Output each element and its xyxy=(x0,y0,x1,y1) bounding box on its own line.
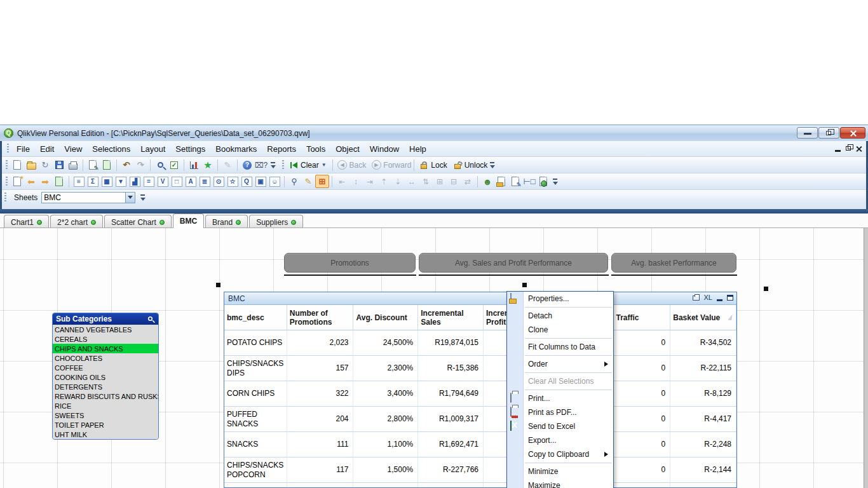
toolbar-nav-overflow-chevron[interactable] xyxy=(489,160,496,170)
create-text-object-icon[interactable]: A xyxy=(184,175,198,188)
menu-item-bookmarks[interactable]: Bookmarks xyxy=(210,142,262,156)
context-menu-item-print-as-pdf-[interactable]: Print as PDF... xyxy=(507,405,613,419)
print-icon[interactable] xyxy=(66,158,80,172)
menu-item-window[interactable]: Window xyxy=(365,142,404,156)
print-preview-icon[interactable] xyxy=(100,158,114,172)
user-preferences-icon[interactable]: ☻ xyxy=(480,175,494,188)
sheets-combobox[interactable]: BMC xyxy=(41,192,135,203)
document-restore-icon[interactable] xyxy=(846,146,851,151)
table-cell[interactable]: 2,800% xyxy=(353,407,418,431)
create-extension-icon[interactable]: ☺ xyxy=(268,175,281,188)
tab-bmc[interactable]: BMC xyxy=(173,214,204,228)
clear-label[interactable]: Clear xyxy=(301,161,319,169)
table-cell[interactable]: R-4,417 xyxy=(670,407,736,431)
context-menu-item-export-[interactable]: Export... xyxy=(507,433,613,447)
reload-icon[interactable]: ↻ xyxy=(38,158,52,172)
clear-icon[interactable] xyxy=(287,158,301,172)
table-cell[interactable]: R19,874,015 xyxy=(418,330,484,355)
menubar-drag-handle[interactable] xyxy=(7,144,9,154)
context-menu-item-print-[interactable]: Print... xyxy=(507,391,613,405)
search-icon[interactable] xyxy=(153,158,167,172)
listbox-item[interactable]: DETERGENTS xyxy=(53,382,158,391)
table-cell[interactable]: R-22,115 xyxy=(670,356,736,381)
menu-item-reports[interactable]: Reports xyxy=(262,142,301,156)
demote-sheet-icon[interactable]: ➡ xyxy=(38,175,52,188)
undo-icon[interactable]: ↶ xyxy=(119,158,133,172)
align-left-icon[interactable]: ⇤ xyxy=(335,175,349,188)
current-selections-icon[interactable]: ✓ xyxy=(167,158,181,172)
clear-dropdown-icon[interactable]: ▼ xyxy=(322,163,327,168)
table-cell[interactable]: 0 xyxy=(613,381,670,406)
listbox-item[interactable]: SWEETS xyxy=(53,410,158,420)
document-close-icon[interactable] xyxy=(856,146,862,152)
quick-chart-wizard-icon[interactable] xyxy=(187,158,201,172)
table-cell[interactable]: R-2,144 xyxy=(670,458,736,482)
align-right-icon[interactable]: ⇥ xyxy=(363,175,377,188)
table-cell[interactable]: SNACKS xyxy=(224,432,287,457)
table-cell[interactable]: R-34,502 xyxy=(670,330,736,355)
document-minimize-icon[interactable] xyxy=(835,150,841,152)
table-cell[interactable] xyxy=(670,483,736,488)
create-table-box-icon[interactable]: ▦ xyxy=(100,175,114,188)
menu-item-tools[interactable]: Tools xyxy=(301,142,330,156)
unlock-label[interactable]: Unlock xyxy=(465,161,488,169)
column-header-bmc-desc[interactable]: bmc_desc xyxy=(224,305,287,330)
adjust-left-icon[interactable]: ⊞ xyxy=(433,175,447,188)
toolbar2-drag-handle[interactable] xyxy=(6,177,8,187)
table-cell[interactable]: CHIPS/SNACKS xyxy=(224,483,287,488)
tab-brand[interactable]: Brand xyxy=(205,215,248,227)
space-horizontal-icon[interactable]: ↔ xyxy=(405,175,419,188)
context-menu-item-maximize[interactable]: Maximize xyxy=(507,478,613,488)
create-button-icon[interactable]: □ xyxy=(170,175,184,188)
redo-icon[interactable]: ↷ xyxy=(133,158,147,172)
paste-object-icon[interactable] xyxy=(52,175,66,188)
align-center-icon[interactable]: ↕ xyxy=(349,175,363,188)
button-avg-sales-and-profit-performance[interactable]: Avg. Sales and Profit Performance xyxy=(419,253,608,273)
table-minimize-icon[interactable] xyxy=(717,299,722,301)
table-cell[interactable]: R1,692,471 xyxy=(418,432,484,457)
menu-item-selections[interactable]: Selections xyxy=(87,142,135,156)
table-cell[interactable] xyxy=(613,483,670,488)
create-statistics-box-icon[interactable]: Σ xyxy=(86,175,100,188)
context-menu-item-fit-columns-to-data[interactable]: Fit Columns to Data xyxy=(507,340,613,354)
window-minimize-button[interactable] xyxy=(797,127,818,139)
listbox-item[interactable]: REWARD BISCUITS AND RUSKS xyxy=(53,391,158,401)
context-menu-item-detach[interactable]: Detach xyxy=(507,309,613,323)
table-cell[interactable]: 0 xyxy=(613,356,670,381)
toolbar1-drag-handle[interactable] xyxy=(6,160,8,170)
table-cell[interactable]: 1,100% xyxy=(353,432,418,457)
help-icon[interactable]: ? xyxy=(240,158,254,172)
table-cell[interactable]: POTATO CHIPS xyxy=(224,330,287,355)
align-top-icon[interactable]: ⇡ xyxy=(377,175,391,188)
create-container-icon[interactable]: ▣ xyxy=(254,175,268,188)
listbox-item[interactable]: TOILET PAPER xyxy=(53,420,158,430)
create-search-object-icon[interactable]: Q xyxy=(240,175,254,188)
toolbar1-overflow-chevron[interactable] xyxy=(269,160,277,170)
table-cell[interactable]: 157 xyxy=(287,356,354,381)
table-caption-bar[interactable]: BMC XL xyxy=(224,292,736,305)
context-menu-item-order[interactable]: Order xyxy=(507,357,613,371)
forward-icon[interactable]: ▶ xyxy=(369,158,383,172)
create-current-selections-box-icon[interactable]: V xyxy=(156,175,170,188)
menu-item-object[interactable]: Object xyxy=(330,142,365,156)
context-menu-item-clone[interactable]: Clone xyxy=(507,323,613,337)
design-grid-icon[interactable]: ⊞ xyxy=(315,175,329,188)
table-cell[interactable]: 0 xyxy=(613,432,670,457)
promote-sheet-icon[interactable]: ⬅ xyxy=(24,175,38,188)
table-cell[interactable]: 2,300% xyxy=(353,356,418,381)
create-chart-icon[interactable]: ▟ xyxy=(128,175,142,188)
navigation-toolbar-drag-handle[interactable] xyxy=(282,160,284,170)
create-input-box-icon[interactable]: = xyxy=(142,175,156,188)
column-header-basket-value[interactable]: Basket Value xyxy=(670,305,736,330)
column-header-traffic[interactable]: Traffic xyxy=(613,305,670,330)
listbox-search-icon[interactable] xyxy=(148,316,153,321)
context-menu-item-send-to-excel[interactable]: Send to Excel xyxy=(507,419,613,433)
document-properties-icon[interactable] xyxy=(494,175,508,188)
lock-label[interactable]: Lock xyxy=(431,161,447,169)
table-cell[interactable]: 117 xyxy=(287,458,354,482)
create-line-arrow-icon[interactable]: ≣ xyxy=(198,175,212,188)
table-cell[interactable]: PUFFED SNACKS xyxy=(224,407,287,431)
adjust-top-icon[interactable]: ⊟ xyxy=(447,175,461,188)
listbox-item[interactable]: UHT MILK xyxy=(53,430,158,439)
publish-web-icon[interactable] xyxy=(536,175,550,188)
